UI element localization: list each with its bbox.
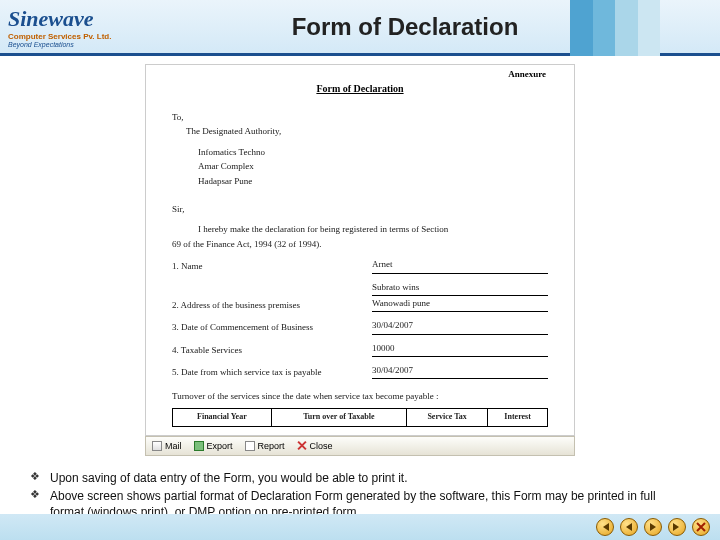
header: Sinewave Computer Services Pv. Ltd. Beyo… bbox=[0, 0, 720, 56]
th-interest: Interest bbox=[488, 408, 548, 426]
th-turnover-taxable: Turn over of Taxable bbox=[271, 408, 406, 426]
close-label: Close bbox=[310, 441, 333, 451]
report-button[interactable]: Report bbox=[239, 441, 291, 451]
field-taxable-label: 4. Taxable Services bbox=[172, 343, 372, 357]
salutation: Sir, bbox=[172, 202, 548, 216]
header-decor-stripes bbox=[570, 0, 660, 56]
close-button[interactable]: Close bbox=[291, 441, 339, 451]
field-name-label: 1. Name bbox=[172, 259, 372, 273]
export-button[interactable]: Export bbox=[188, 441, 239, 451]
turnover-table: Financial Year Turn over of Taxable Serv… bbox=[172, 408, 548, 427]
footer-nav bbox=[0, 514, 720, 540]
field-taxdate-label: 5. Date from which service tax is payabl… bbox=[172, 365, 372, 379]
field-taxdate-value: 30/04/2007 bbox=[372, 363, 548, 379]
note-1: Upon saving of data entry of the Form, y… bbox=[50, 470, 692, 486]
declaration-line-2: 69 of the Finance Act, 1994 (32 of 1994)… bbox=[172, 237, 548, 251]
declaration-line-1: I hereby make the declaration for being … bbox=[172, 222, 548, 236]
to-line: To, bbox=[172, 110, 548, 124]
field-taxable-value: 10000 bbox=[372, 341, 548, 357]
address-line-2: Amar Complex bbox=[172, 159, 548, 173]
prev-button[interactable] bbox=[620, 518, 638, 536]
field-name-value: Arnet bbox=[372, 257, 548, 273]
preview-toolbar: Mail Export Report Close bbox=[145, 436, 575, 456]
export-label: Export bbox=[207, 441, 233, 451]
mail-icon bbox=[152, 441, 162, 451]
form-preview: Annexure Form of Declaration To, The Des… bbox=[145, 64, 575, 436]
doc-title: Form of Declaration bbox=[146, 83, 574, 94]
field-address-label: 2. Address of the business premises bbox=[172, 298, 372, 312]
first-button[interactable] bbox=[596, 518, 614, 536]
report-icon bbox=[245, 441, 255, 451]
field-commencement-label: 3. Date of Commencement of Business bbox=[172, 320, 372, 334]
field-address-value-2: Wanowadi pune bbox=[372, 296, 548, 312]
report-label: Report bbox=[258, 441, 285, 451]
field-address-value-1: Subrato wins bbox=[372, 280, 548, 296]
logo-subtitle-2: Beyond Expectations bbox=[8, 41, 150, 48]
mail-button[interactable]: Mail bbox=[146, 441, 188, 451]
address-line-1: Infomatics Techno bbox=[172, 145, 548, 159]
bullet-icon: ❖ bbox=[30, 470, 50, 486]
mail-label: Mail bbox=[165, 441, 182, 451]
notes: ❖Upon saving of data entry of the Form, … bbox=[0, 456, 720, 521]
field-commencement-value: 30/04/2007 bbox=[372, 318, 548, 334]
th-financial-year: Financial Year bbox=[173, 408, 272, 426]
logo-subtitle-1: Computer Services Pv. Ltd. bbox=[8, 32, 150, 41]
th-service-tax: Service Tax bbox=[406, 408, 487, 426]
close-icon bbox=[297, 441, 307, 451]
address-line-3: Hadapsar Pune bbox=[172, 174, 548, 188]
next-button[interactable] bbox=[644, 518, 662, 536]
exit-button[interactable] bbox=[692, 518, 710, 536]
last-button[interactable] bbox=[668, 518, 686, 536]
authority-line: The Designated Authority, bbox=[172, 124, 548, 138]
turnover-caption: Turnover of the services since the date … bbox=[172, 389, 548, 403]
annexure-label: Annexure bbox=[146, 65, 574, 79]
logo-word: Sinewave bbox=[8, 6, 150, 32]
logo: Sinewave Computer Services Pv. Ltd. Beyo… bbox=[0, 6, 150, 48]
export-icon bbox=[194, 441, 204, 451]
